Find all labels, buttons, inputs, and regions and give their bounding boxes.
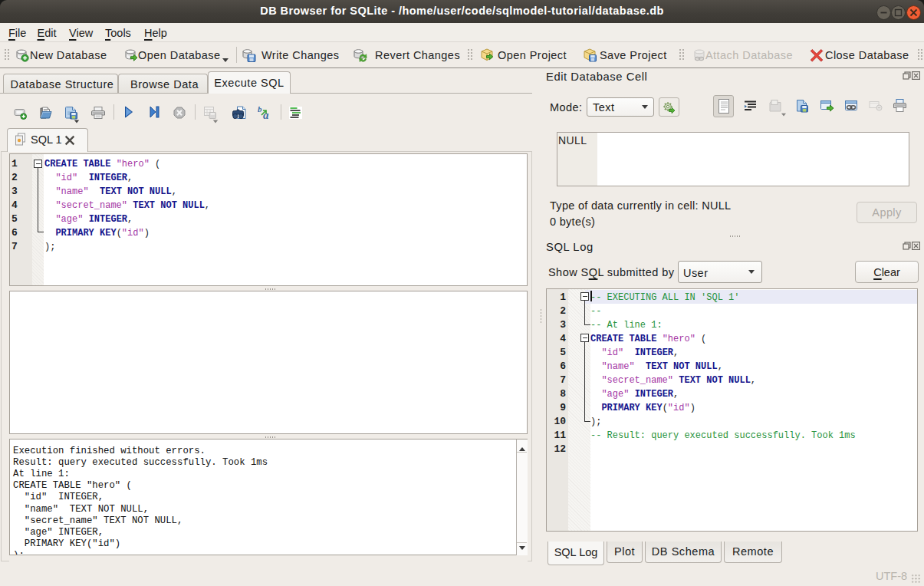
svg-text:b: b <box>258 104 262 114</box>
